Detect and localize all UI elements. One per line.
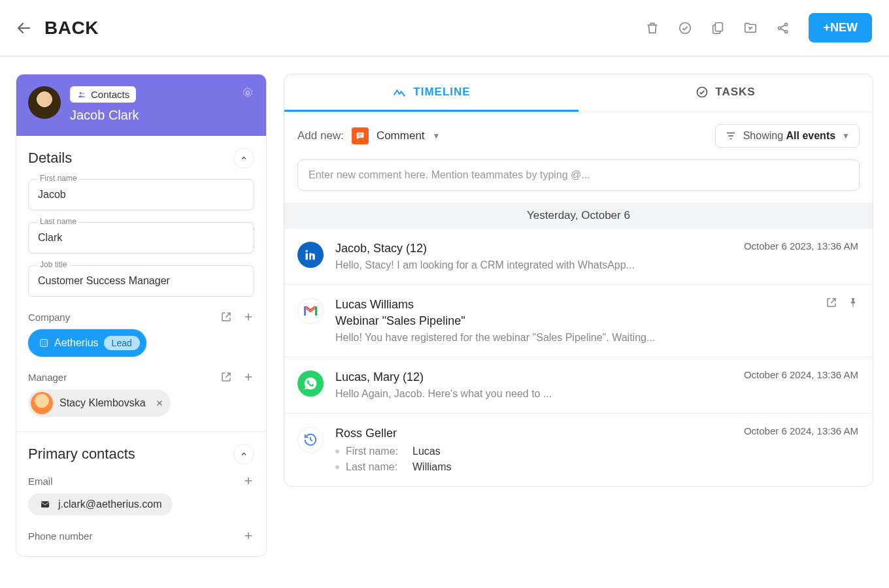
job-title-field: Job title [28,265,254,297]
topbar-left: BACK [16,18,99,39]
event-timestamp: October 6 2024, 13:36 AM [744,369,858,380]
svg-point-0 [680,22,691,33]
timeline-event[interactable]: Lucas, Mary (12) Hello Again, Jacob. Her… [284,357,873,414]
add-new-label: Add new: [297,129,344,142]
event-text: Hello Again, Jacob. Here's what you need… [335,388,860,400]
manager-name: Stacy Klembovska [59,397,146,409]
timeline-event[interactable]: Jacob, Stacy (12) Hello, Stacy! I am loo… [284,229,873,285]
contacts-icon [76,90,87,99]
svg-rect-1 [716,22,723,31]
comment-icon[interactable] [352,127,369,144]
timeline-event[interactable]: Lucas Williams Webinar "Sales Pipeline" … [284,285,873,357]
tab-tasks[interactable]: TASKS [579,74,873,112]
add-company-icon[interactable] [243,311,254,323]
svg-rect-8 [41,340,48,347]
manager-subhead: Manager [28,371,254,383]
tab-tasks-label: TASKS [715,86,755,99]
check-circle-icon[interactable] [678,21,692,35]
collapse-details-button[interactable] [233,148,254,169]
first-name-field: First name [28,179,254,210]
email-label: Email [28,476,53,487]
email-subhead: Email [28,475,254,487]
timeline-event[interactable]: Ross Geller First name: Lucas Last name:… [284,414,873,486]
first-name-label: First name [37,174,80,183]
tab-timeline[interactable]: TIMELINE [284,74,579,112]
svg-rect-9 [41,501,49,507]
gear-icon[interactable] [241,86,254,99]
event-text: Hello! You have registered for the webin… [335,332,860,344]
event-field-row: Last name: Williams [335,461,860,473]
delete-icon[interactable] [645,21,660,35]
last-name-field: Last name [28,222,254,253]
contact-avatar [28,86,61,119]
contact-name: Jacob Clark [70,108,139,123]
add-manager-icon[interactable] [243,371,254,383]
topbar-right: +NEW [645,13,872,42]
svg-point-5 [80,91,82,94]
svg-point-10 [697,88,707,97]
gmail-icon [297,298,324,324]
folder-add-icon[interactable] [743,21,758,35]
add-new-control: Add new: Comment ▼ [297,127,440,144]
contact-header: Contacts Jacob Clark [16,74,266,136]
job-title-input[interactable] [28,265,254,297]
contact-type-badge[interactable]: Contacts [70,86,136,103]
last-name-input[interactable] [28,222,254,253]
company-subhead: Company [28,311,254,323]
share-icon[interactable] [776,21,790,35]
chevron-down-icon[interactable]: ▼ [433,131,441,140]
timeline-icon [392,85,407,99]
manager-avatar [31,392,53,414]
timeline-controls: Add new: Comment ▼ Showing All events ▼ [284,112,873,154]
company-icon [39,338,49,348]
copy-icon[interactable] [711,21,725,35]
back-arrow-icon[interactable] [16,20,31,36]
add-email-icon[interactable] [243,475,254,487]
open-external-icon[interactable] [826,297,837,308]
remove-manager-icon[interactable] [155,399,164,408]
svg-point-2 [779,26,781,29]
event-field-value: Lucas [412,446,441,457]
company-chip[interactable]: Aetherius Lead [28,329,146,357]
comment-type-label[interactable]: Comment [377,129,425,142]
event-field-label: First name: [346,446,406,457]
tasks-icon [696,86,709,99]
history-icon [297,427,324,453]
primary-contacts-section: Primary contacts Email [16,431,266,556]
last-name-label: Last name [37,217,79,226]
phone-label: Phone number [28,531,92,542]
event-field-list: First name: Lucas Last name: Williams [335,446,860,473]
email-chip[interactable]: j.clark@aetherius.com [28,493,173,515]
open-company-icon[interactable] [220,311,232,323]
contact-type-label: Contacts [91,89,129,100]
company-label: Company [28,312,70,323]
back-label[interactable]: BACK [44,18,99,39]
filter-dropdown[interactable]: Showing All events ▼ [715,124,860,148]
new-button[interactable]: +NEW [809,13,872,42]
job-title-label: Job title [37,260,69,269]
event-actions [826,297,858,308]
event-text: Hello, Stacy! I am looking for a CRM int… [335,259,860,271]
linkedin-icon [297,242,324,268]
left-column: Contacts Jacob Clark Details First n [16,74,267,557]
comment-input[interactable] [297,159,860,191]
manager-label: Manager [28,372,67,383]
company-tag: Lead [104,336,140,350]
bullet-icon [335,465,339,469]
filter-chevron-icon: ▼ [842,131,850,140]
pin-icon[interactable] [848,297,858,308]
manager-chip[interactable]: Stacy Klembovska [28,389,171,417]
event-title: Lucas Williams [335,298,860,312]
event-field-row: First name: Lucas [335,446,860,457]
open-manager-icon[interactable] [220,371,232,383]
date-separator: Yesterday, October 6 [284,203,873,229]
primary-contacts-title: Primary contacts [28,446,135,463]
phone-subhead: Phone number [28,530,254,542]
first-name-input[interactable] [28,179,254,210]
add-phone-icon[interactable] [243,530,254,542]
tab-timeline-label: TIMELINE [413,86,470,99]
collapse-contacts-button[interactable] [233,444,254,465]
contact-card: Contacts Jacob Clark Details First n [16,74,267,557]
svg-point-7 [246,91,250,95]
email-icon [39,499,52,510]
